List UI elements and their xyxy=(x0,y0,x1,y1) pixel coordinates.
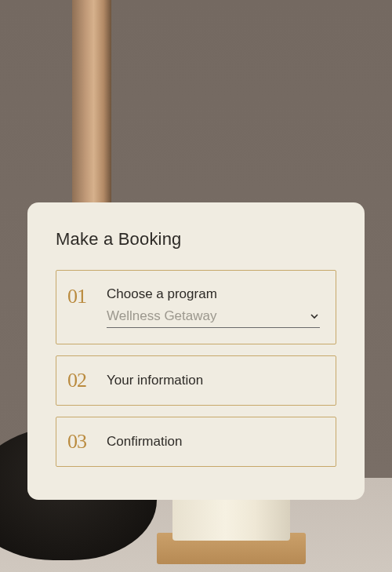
step-number: 02 xyxy=(67,370,94,391)
card-title: Make a Booking xyxy=(56,229,336,250)
step-confirmation[interactable]: 03 Confirmation xyxy=(56,417,336,467)
step-number: 01 xyxy=(67,286,94,307)
step-number: 03 xyxy=(67,432,94,452)
step-choose-program[interactable]: 01 Choose a program Wellness Getaway xyxy=(56,270,336,344)
step-label: Choose a program xyxy=(107,286,320,302)
step-label: Confirmation xyxy=(107,434,182,450)
step-body: Choose a program Wellness Getaway xyxy=(107,286,320,328)
chevron-down-icon xyxy=(309,311,320,322)
program-select-value: Wellness Getaway xyxy=(107,308,309,324)
booking-card: Make a Booking 01 Choose a program Welln… xyxy=(27,202,365,500)
program-select[interactable]: Wellness Getaway xyxy=(107,308,320,328)
step-label: Your information xyxy=(107,373,203,388)
step-your-information[interactable]: 02 Your information xyxy=(56,355,336,406)
